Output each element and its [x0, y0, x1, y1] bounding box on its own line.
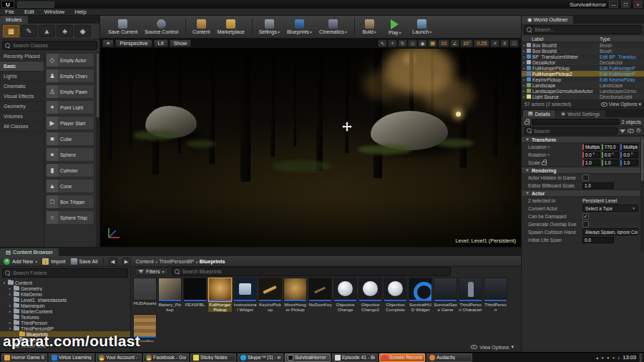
tray-icon[interactable]: ●	[601, 353, 604, 362]
expand-arrow-icon[interactable]: ▸	[522, 72, 527, 76]
object-name-field[interactable]	[532, 119, 620, 125]
actor-type-link[interactable]: Landscape	[600, 83, 644, 88]
tab-world-settings[interactable]: ◉World Settings	[556, 110, 605, 117]
placeable-item[interactable]: ○ Sphere Trigger ⋮	[46, 210, 94, 225]
expand-arrow-icon[interactable]: ▸	[522, 94, 527, 99]
titlebar-tab[interactable]	[17, 1, 54, 8]
toolbar-button[interactable]: Save Current▾	[104, 19, 141, 35]
section-actor[interactable]: ▼Actor	[522, 190, 644, 197]
rotation-z-field[interactable]: 0.0 °	[620, 152, 638, 158]
forward-button[interactable]: ▶	[122, 258, 131, 265]
menu-item[interactable]: Window	[39, 9, 69, 15]
maximize-button[interactable]: ☐	[621, 1, 630, 8]
generate-overlap-checkbox[interactable]	[582, 221, 589, 228]
mode-tool-button[interactable]: ✎	[21, 25, 37, 37]
scale-z-field[interactable]: 1.0	[620, 160, 638, 166]
expand-arrow-icon[interactable]: ▾	[2, 280, 6, 285]
asset-search-input[interactable]	[182, 269, 448, 274]
scale-tool-icon[interactable]: ◇	[408, 39, 417, 47]
details-search-input[interactable]	[534, 129, 615, 134]
mode-tool-button[interactable]: ◆	[74, 25, 91, 37]
spawn-collision-dropdown[interactable]: Always Spawn, Ignore Collisions▼	[582, 228, 638, 235]
asset-tile[interactable]: ThirdPerson GameMode	[484, 278, 507, 313]
asset-tile[interactable]: ThirdPerson Character	[459, 278, 482, 313]
expand-arrow-icon[interactable]: ▸	[8, 309, 12, 313]
lock-icon[interactable]	[525, 121, 530, 124]
folder-tree-item[interactable]: ▸ Geometry	[0, 285, 130, 291]
expand-arrow-icon[interactable]: ▸	[522, 66, 527, 70]
actor-type-link[interactable]: Edit FullHungerP	[600, 66, 644, 71]
menu-item[interactable]: File	[0, 9, 19, 15]
placeable-item[interactable]: ▮ Cylinder ⋮	[46, 163, 94, 177]
asset-tile[interactable]: Instructional Widget	[233, 278, 257, 313]
placeable-item[interactable]: ● Sphere ⋮	[46, 147, 94, 162]
content-browser-tab[interactable]: ▤Content Browser	[0, 248, 59, 256]
outliner-row[interactable]: ▸ BP_TranslucentWater Edit BP_Transluc	[522, 54, 644, 59]
outliner-row[interactable]: ▸ Light Source DirectionalLight	[522, 94, 644, 99]
placeable-item[interactable]: ◇ Empty Actor ⋮	[46, 53, 94, 67]
import-button[interactable]: ↓Import	[42, 258, 65, 265]
folder-tree-item[interactable]: Textures	[0, 314, 130, 320]
location-y-field[interactable]: 770.0	[602, 144, 620, 150]
tray-expand-icon[interactable]: ▴	[596, 353, 598, 362]
taskbar-item[interactable]: Episode 41 - Building...	[332, 353, 378, 362]
details-scrollbar[interactable]	[640, 137, 643, 252]
initial-life-span-field[interactable]: 0.0	[582, 237, 614, 243]
expand-arrow-icon[interactable]: ▸	[522, 83, 527, 87]
section-rendering[interactable]: ▼Rendering	[522, 167, 644, 174]
actor-hidden-checkbox[interactable]	[582, 175, 589, 181]
expand-arrow-icon[interactable]: ▸	[8, 292, 12, 296]
mode-tool-button[interactable]: ▦	[3, 25, 19, 37]
maximize-viewport-icon[interactable]: □	[509, 39, 519, 47]
asset-tile[interactable]: HUDAssets	[133, 278, 157, 313]
folder-tree-item[interactable]: ▾ ThirdPersonBP	[0, 326, 130, 331]
can-be-damaged-checkbox[interactable]	[582, 213, 589, 220]
modes-category[interactable]: Basic	[0, 62, 44, 72]
placeable-item[interactable]: ▲ Cone ⋮	[46, 179, 94, 193]
rotation-x-field[interactable]: 0.0 °	[582, 152, 600, 158]
show-button[interactable]: Show	[170, 39, 192, 47]
asset-tile[interactable]: Battery_Pickup	[158, 278, 182, 313]
modes-category[interactable]: All Classes	[0, 122, 44, 132]
move-tool-icon[interactable]: +	[388, 39, 397, 47]
convert-actor-dropdown[interactable]: Select a Type▼	[582, 205, 638, 212]
asset-tile[interactable]: Objective Change2	[358, 278, 382, 313]
expand-arrow-icon[interactable]: ▸	[522, 60, 527, 64]
asset-tile[interactable]: KeyInvPickup	[258, 278, 282, 313]
outliner-row[interactable]: ▸ Landscape Landscape	[522, 82, 644, 88]
actor-type-link[interactable]: LandscapeGizmo	[600, 89, 644, 94]
outliner-row[interactable]: ▸ KeyInvPickup Edit KeyInvPicku	[522, 77, 644, 82]
expand-arrow-icon[interactable]: ▸	[522, 49, 527, 53]
camera-speed-value[interactable]: 4	[500, 39, 509, 47]
outliner-search-input[interactable]	[535, 27, 639, 32]
scale-lock-icon[interactable]	[542, 162, 547, 165]
toolbar-button[interactable]: Source Control▾	[141, 19, 182, 35]
menu-item[interactable]: Edit	[19, 9, 39, 15]
asset-tile[interactable]: Objective Change	[333, 278, 357, 313]
asset-tile[interactable]: FEXSFBL	[183, 278, 207, 313]
tray-icon[interactable]: ♪	[618, 353, 620, 362]
expand-arrow-icon[interactable]: ▾	[8, 326, 12, 331]
expand-arrow-icon[interactable]: ▸	[522, 77, 527, 82]
taskbar-item[interactable]: Virtus Learning Hub -	[49, 353, 94, 362]
asset-tile[interactable]: MinorHunger Pickup	[283, 278, 307, 313]
breadcrumb-segment[interactable]: Blueprints	[196, 258, 225, 265]
modes-category[interactable]: Lights	[0, 72, 44, 82]
world-coordinate-icon[interactable]: ◉	[418, 39, 427, 47]
content-view-options[interactable]: View Options▾	[471, 344, 514, 350]
placeable-item[interactable]: ♟ Empty Character ⋮	[46, 69, 94, 83]
show-desktop-button[interactable]	[640, 353, 643, 362]
viewport[interactable]: ≡ Perspective Lit Show ↖ + ↻ ◇ ◉ ▦ 10 ∠ …	[100, 39, 521, 247]
actor-type-link[interactable]: Edit FullHungerP	[600, 72, 644, 77]
world-outliner-tab[interactable]: ◉ World Outliner	[522, 16, 573, 24]
toolbar-button[interactable]: Play▾	[381, 19, 409, 36]
toolbar-button[interactable]: Cinematics▾	[316, 19, 351, 35]
toolbar-button[interactable]: Content▾	[185, 19, 214, 35]
asset-tile[interactable]: Objective Complete	[384, 278, 407, 313]
actor-type-link[interactable]: Brush	[600, 43, 644, 48]
folder-tree-item[interactable]: ▸ Mannequin	[0, 303, 130, 308]
taskbar-item[interactable]: Facebook - Google C...	[143, 353, 189, 362]
asset-tile[interactable]: SurvivalSave Game	[434, 278, 457, 313]
placeable-item[interactable]: ♙ Empty Pawn ⋮	[46, 84, 94, 99]
modes-category[interactable]: Cinematic	[0, 82, 44, 92]
